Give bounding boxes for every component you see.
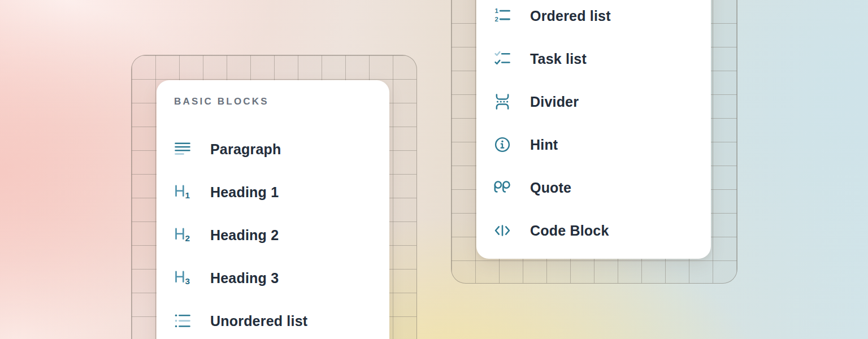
block-menu-more-blocks: 1 2 Ordered list Ta: [476, 0, 711, 259]
menu-list: Paragraph 1 Heading 1 2: [157, 128, 389, 339]
heading-3-icon: 3: [173, 269, 192, 287]
menu-item-label: Hint: [530, 137, 558, 153]
heading-2-icon: 2: [173, 226, 192, 244]
menu-item-label: Task list: [530, 51, 587, 67]
menu-item-divider[interactable]: Divider: [476, 80, 711, 123]
menu-item-unordered-list[interactable]: Unordered list: [157, 299, 389, 339]
svg-text:1: 1: [185, 190, 190, 200]
menu-list: 1 2 Ordered list Ta: [476, 0, 711, 252]
hint-icon: [493, 136, 511, 154]
heading-1-icon: 1: [173, 183, 192, 201]
divider-icon: [493, 93, 511, 111]
menu-item-hint[interactable]: Hint: [476, 123, 711, 166]
menu-item-code-block[interactable]: Code Block: [476, 209, 711, 252]
ordered-list-icon: 1 2: [493, 7, 511, 25]
menu-item-quote[interactable]: Quote: [476, 166, 711, 209]
svg-text:2: 2: [494, 16, 498, 23]
menu-item-heading-1[interactable]: 1 Heading 1: [157, 171, 389, 214]
unordered-list-icon: [173, 312, 192, 330]
svg-text:2: 2: [185, 233, 190, 243]
task-list-icon: [493, 50, 511, 68]
quote-icon: [493, 179, 511, 197]
menu-item-paragraph[interactable]: Paragraph: [157, 128, 389, 171]
code-block-icon: [493, 221, 511, 240]
menu-item-label: Ordered list: [530, 8, 611, 24]
hero-background: BASIC BLOCKS Paragraph 1: [0, 0, 868, 339]
paragraph-icon: [173, 140, 192, 158]
block-menu-basic-blocks: BASIC BLOCKS Paragraph 1: [157, 80, 389, 339]
menu-item-label: Paragraph: [210, 141, 281, 158]
menu-item-ordered-list[interactable]: 1 2 Ordered list: [476, 0, 711, 37]
menu-item-label: Heading 3: [210, 270, 279, 286]
menu-item-label: Divider: [530, 94, 579, 110]
menu-item-heading-3[interactable]: 3 Heading 3: [157, 257, 389, 299]
menu-item-label: Heading 1: [210, 184, 279, 201]
menu-item-heading-2[interactable]: 2 Heading 2: [157, 214, 389, 257]
menu-item-label: Unordered list: [210, 313, 307, 329]
section-label: BASIC BLOCKS: [174, 96, 389, 107]
menu-item-label: Code Block: [530, 223, 609, 239]
menu-item-task-list[interactable]: Task list: [476, 37, 711, 80]
menu-item-label: Quote: [530, 180, 571, 196]
menu-item-label: Heading 2: [210, 227, 279, 244]
svg-text:3: 3: [185, 276, 190, 286]
svg-text:1: 1: [494, 7, 498, 14]
